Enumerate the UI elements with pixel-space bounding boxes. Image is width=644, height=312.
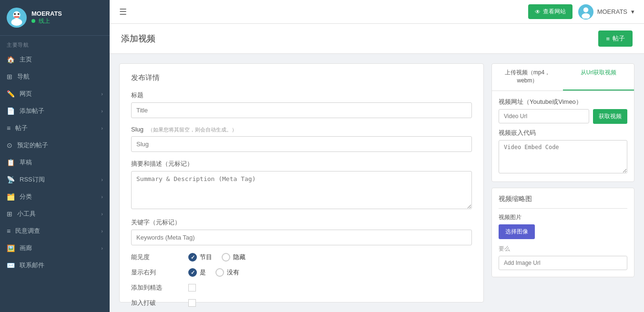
chevron-right-icon: › — [101, 125, 103, 131]
sidebar-item-nav[interactable]: ⊞ 导航 — [0, 68, 110, 85]
breaker-checkbox[interactable] — [188, 299, 196, 307]
mail-icon: ✉️ — [7, 262, 15, 269]
topnav: ☰ 👁 查看网站 MOERATS ▾ — [110, 0, 644, 24]
user-info: MOERATS 线上 — [31, 10, 62, 25]
sidebar-item-label: 草稿 — [20, 158, 32, 167]
sidebar-item-label: 小工具 — [17, 210, 36, 218]
sidebar-item-polls[interactable]: ≡ 民意调查 › — [0, 222, 110, 240]
featured-row: 添加到精选 — [131, 283, 472, 292]
visibility-label: 能见度 — [131, 253, 188, 262]
summary-textarea[interactable] — [131, 171, 472, 209]
tab-upload[interactable]: 上传视频（mp4，webm） — [492, 64, 563, 91]
show-row: 显示右列 是 没有 — [131, 268, 472, 277]
panel-body: 视频网址（Youtube或Vimeo） 获取视频 视频嵌入代码 — [492, 91, 634, 181]
sidebar-item-rss[interactable]: 📡 RSS订阅 › — [0, 171, 110, 188]
slug-sub-label: （如果您将其留空，则会自动生成。） — [148, 127, 237, 132]
sidebar-item-pages[interactable]: ✏️ 网页 › — [0, 85, 110, 102]
sidebar-item-home[interactable]: 🏠 主页 — [0, 51, 110, 68]
show-radio-no[interactable]: 没有 — [215, 268, 239, 277]
sidebar-item-categories[interactable]: 🗂️ 分类 › — [0, 188, 110, 205]
show-label: 显示右列 — [131, 268, 188, 277]
chevron-right-icon: › — [101, 177, 103, 182]
post-button[interactable]: ≡ 帖子 — [598, 30, 633, 47]
page-title: 添加视频 — [121, 33, 155, 44]
chevron-right-icon: › — [101, 108, 103, 114]
sidebar-item-label: 导航 — [17, 72, 30, 81]
embed-textarea[interactable] — [499, 140, 627, 173]
widgets-icon: ⊞ — [7, 210, 12, 218]
fetch-video-button[interactable]: 获取视频 — [593, 109, 627, 124]
sidebar-item-label: 网页 — [20, 90, 32, 98]
summary-group: 摘要和描述（元标记） — [131, 160, 472, 211]
chevron-right-icon: › — [101, 211, 103, 217]
keywords-input[interactable] — [131, 230, 472, 245]
sidebar-item-add-post[interactable]: 📄 添加帖子 › — [0, 102, 110, 120]
title-group: 标题 — [131, 91, 472, 118]
radio-checked-icon — [188, 268, 197, 277]
show-radio-group: 是 没有 — [188, 268, 239, 277]
visibility-radio-show[interactable]: 节目 — [188, 253, 212, 262]
thumbnail-section: 视频缩略图 视频图片 选择图像 要么 — [492, 188, 634, 277]
title-input[interactable] — [131, 102, 472, 118]
topnav-right: 👁 查看网站 MOERATS ▾ — [528, 4, 634, 20]
sidebar-header: MOERATS 线上 — [0, 0, 110, 36]
section-title: 发布详情 — [131, 73, 472, 82]
slug-input[interactable] — [131, 136, 472, 152]
slug-label: Slug （如果您将其留空，则会自动生成。） — [131, 126, 472, 133]
user-dropdown[interactable]: MOERATS ▾ — [578, 4, 634, 20]
sidebar-item-label: 民意调查 — [15, 227, 40, 235]
chevron-right-icon: › — [101, 91, 103, 97]
polls-icon: ≡ — [7, 227, 10, 235]
view-site-button[interactable]: 👁 查看网站 — [528, 4, 572, 19]
video-url-input[interactable] — [499, 109, 589, 123]
sidebar-item-label: 预定的帖子 — [17, 141, 48, 150]
svg-point-5 — [11, 19, 22, 26]
pages-icon: ✏️ — [7, 90, 15, 98]
form-section: 发布详情 标题 Slug （如果您将其留空，则会自动生成。） 摘要和描述（元标记… — [119, 63, 484, 302]
content-body: 发布详情 标题 Slug （如果您将其留空，则会自动生成。） 摘要和描述（元标记… — [110, 54, 644, 312]
show-radio-yes[interactable]: 是 — [188, 268, 206, 277]
sidebar-item-label: 联系邮件 — [20, 261, 44, 270]
grid-icon: ⊞ — [7, 73, 12, 81]
svg-point-2 — [14, 13, 16, 15]
gallery-icon: 🖼️ — [7, 244, 15, 252]
summary-label: 摘要和描述（元标记） — [131, 160, 472, 168]
video-image-label: 视频图片 — [499, 213, 627, 221]
sidebar-item-widgets[interactable]: ⊞ 小工具 › — [0, 205, 110, 222]
sidebar-item-posts[interactable]: ≡ 帖子 › — [0, 120, 110, 137]
rss-icon: 📡 — [7, 176, 15, 183]
sidebar-item-label: 主页 — [20, 55, 32, 64]
sidebar-item-label: RSS订阅 — [20, 175, 45, 184]
scheduled-icon: ⊙ — [7, 141, 12, 149]
embed-label: 视频嵌入代码 — [499, 129, 627, 137]
visibility-row: 能见度 节目 隐藏 — [131, 253, 472, 262]
sidebar: MOERATS 线上 主要导航 🏠 主页 ⊞ 导航 ✏️ 网页 › 📄 添加帖子… — [0, 0, 110, 312]
sidebar-username: MOERATS — [31, 10, 62, 17]
topnav-username: MOERATS — [597, 8, 627, 15]
visibility-radio-hide[interactable]: 隐藏 — [222, 253, 245, 262]
select-image-button[interactable]: 选择图像 — [499, 224, 535, 239]
home-icon: 🏠 — [7, 56, 15, 63]
add-image-url-input[interactable] — [499, 256, 627, 270]
video-url-label: 视频网址（Youtube或Vimeo） — [499, 98, 627, 106]
featured-checkbox[interactable] — [188, 284, 196, 292]
content-area: 添加视频 ≡ 帖子 发布详情 标题 Slug （如果您将其留空，则会自动生成。） — [110, 24, 644, 312]
radio-checked-icon — [188, 253, 197, 262]
sidebar-item-drafts[interactable]: 📋 草稿 — [0, 154, 110, 171]
hamburger-icon[interactable]: ☰ — [119, 7, 127, 17]
avatar — [7, 8, 27, 28]
tab-url[interactable]: 从Url获取视频 — [563, 64, 634, 91]
fetch-row: 获取视频 — [499, 109, 627, 124]
chevron-right-icon: › — [101, 228, 103, 234]
add-post-icon: 📄 — [7, 107, 15, 115]
chevron-right-icon: › — [101, 245, 103, 251]
sidebar-item-gallery[interactable]: 🖼️ 画廊 › — [0, 240, 110, 257]
title-label: 标题 — [131, 91, 472, 100]
panel-tabs: 上传视频（mp4，webm） 从Url获取视频 — [492, 64, 634, 91]
divider — [499, 208, 627, 209]
embed-group: 视频嵌入代码 — [499, 129, 627, 175]
sidebar-item-label: 帖子 — [15, 124, 28, 132]
sidebar-item-scheduled[interactable]: ⊙ 预定的帖子 — [0, 137, 110, 154]
page-header: 添加视频 ≡ 帖子 — [110, 24, 644, 54]
sidebar-item-contact[interactable]: ✉️ 联系邮件 — [0, 257, 110, 274]
